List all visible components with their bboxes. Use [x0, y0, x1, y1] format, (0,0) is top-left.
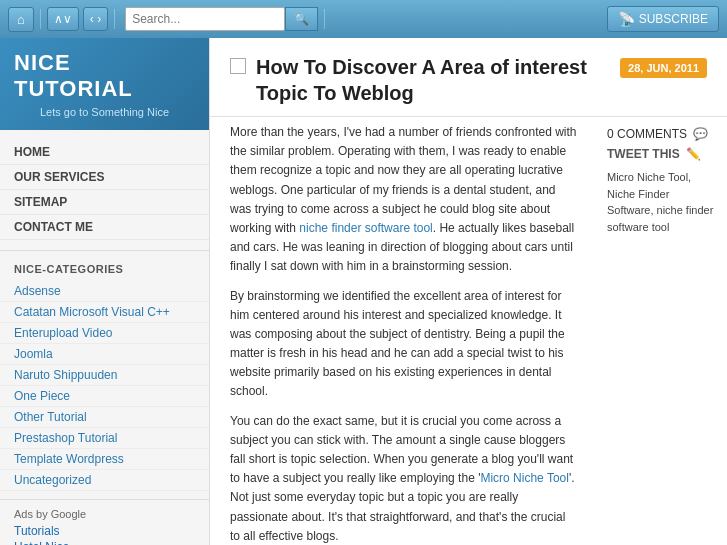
nav-prev-next-button[interactable]: ‹ › — [83, 7, 108, 31]
main-layout: NICE TUTORIAL Lets go to Something Nice … — [0, 38, 727, 545]
categories-section: NICE-CATEGORIES Adsense Catatan Microsof… — [0, 251, 209, 500]
comment-icon: 💬 — [693, 127, 708, 141]
link-micro-niche[interactable]: Micro Niche Tool — [480, 471, 568, 485]
subscribe-label: SUBSCRIBE — [639, 12, 708, 26]
comments-count-label: 0 COMMENTS — [607, 127, 687, 141]
search-button[interactable]: 🔍 — [285, 7, 318, 31]
article-header: How To Discover A Area of interest Topic… — [210, 38, 727, 117]
logo-title: NICE TUTORIAL — [14, 50, 195, 102]
article-area: How To Discover A Area of interest Topic… — [210, 38, 727, 545]
sidebar-item-our-services[interactable]: OUR SERVICES — [0, 165, 209, 190]
article-sidebar-right: 0 COMMENTS 💬 TWEET THIS ✏️ Micro Niche T… — [597, 117, 727, 545]
logo-subtitle: Lets go to Something Nice — [14, 106, 195, 118]
ads-title: Ads by Google — [14, 508, 195, 520]
categories-title: NICE-CATEGORIES — [0, 259, 209, 281]
article-checkbox[interactable] — [230, 58, 246, 74]
tweet-icon: ✏️ — [686, 147, 701, 161]
separator-3 — [324, 9, 325, 29]
cat-enterupload[interactable]: Enterupload Video — [0, 323, 209, 344]
related-links: Micro Niche Tool, Niche Finder Software,… — [607, 169, 717, 235]
paragraph-1: More than the years, I've had a number o… — [230, 123, 577, 277]
ad-link-tutorials[interactable]: Tutorials — [14, 524, 195, 538]
subscribe-button[interactable]: 📡 SUBSCRIBE — [607, 6, 719, 32]
comments-count-row: 0 COMMENTS 💬 — [607, 127, 717, 141]
sidebar-item-sitemap[interactable]: SITEMAP — [0, 190, 209, 215]
separator-2 — [114, 9, 115, 29]
article-title: How To Discover A Area of interest Topic… — [256, 54, 610, 106]
separator-1 — [40, 9, 41, 29]
cat-catatan[interactable]: Catatan Microsoft Visual C++ — [0, 302, 209, 323]
logo-area: NICE TUTORIAL Lets go to Something Nice — [0, 38, 209, 130]
sidebar-item-home[interactable]: HOME — [0, 140, 209, 165]
sidebar-nav: HOME OUR SERVICES SITEMAP CONTACT ME — [0, 130, 209, 251]
cat-adsense[interactable]: Adsense — [0, 281, 209, 302]
cat-uncategorized[interactable]: Uncategorized — [0, 470, 209, 491]
cat-prestashop[interactable]: Prestashop Tutorial — [0, 428, 209, 449]
search-input[interactable] — [125, 7, 285, 31]
paragraph-3: You can do the exact same, but it is cru… — [230, 412, 577, 545]
sidebar: NICE TUTORIAL Lets go to Something Nice … — [0, 38, 210, 545]
tweet-row[interactable]: TWEET THIS ✏️ — [607, 147, 717, 161]
cat-joomla[interactable]: Joomla — [0, 344, 209, 365]
home-button[interactable]: ⌂ — [8, 7, 34, 32]
date-area: 28, JUN, 2011 — [620, 54, 707, 78]
ads-section: Ads by Google Tutorials Hotel Nice Photo… — [0, 500, 209, 545]
rss-icon: 📡 — [618, 11, 635, 27]
date-badge: 28, JUN, 2011 — [620, 58, 707, 78]
topbar: ⌂ ∧∨ ‹ › 🔍 📡 SUBSCRIBE — [0, 0, 727, 38]
title-row: How To Discover A Area of interest Topic… — [230, 54, 610, 106]
link-niche-finder-1[interactable]: niche finder software tool — [299, 221, 432, 235]
nav-up-down-button[interactable]: ∧∨ — [47, 7, 79, 31]
cat-template[interactable]: Template Wordpress — [0, 449, 209, 470]
page-wrapper: ⌂ ∧∨ ‹ › 🔍 📡 SUBSCRIBE NICE TUTORIAL Let… — [0, 0, 727, 545]
tweet-label: TWEET THIS — [607, 147, 680, 161]
paragraph-2: By brainstorming we identified the excel… — [230, 287, 577, 402]
ad-link-hotel[interactable]: Hotel Nice — [14, 540, 195, 545]
search-container: 🔍 — [125, 7, 318, 31]
article-content-row: More than the years, I've had a number o… — [210, 117, 727, 545]
article-body: More than the years, I've had a number o… — [210, 117, 597, 545]
cat-other[interactable]: Other Tutorial — [0, 407, 209, 428]
cat-onepiece[interactable]: One Piece — [0, 386, 209, 407]
sidebar-item-contact[interactable]: CONTACT ME — [0, 215, 209, 240]
cat-naruto[interactable]: Naruto Shippuuden — [0, 365, 209, 386]
